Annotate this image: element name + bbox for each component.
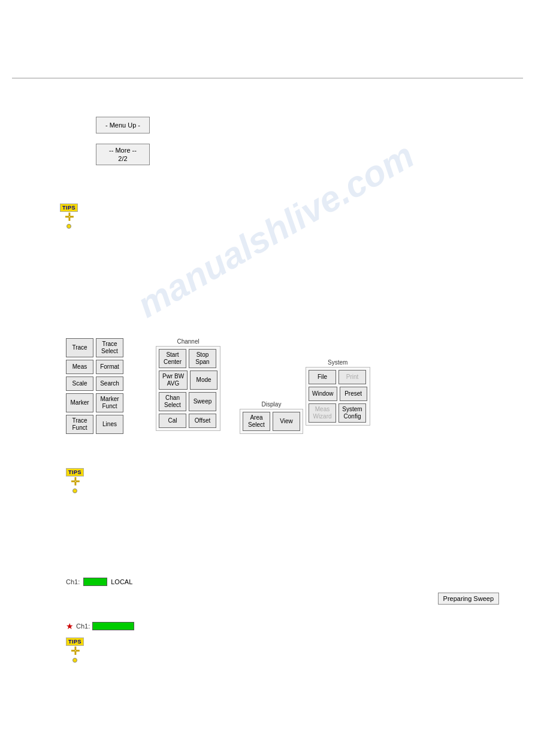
file-button[interactable]: File bbox=[309, 370, 336, 384]
menu-up-button[interactable]: - Menu Up - bbox=[96, 117, 150, 133]
lines-button[interactable]: Lines bbox=[96, 415, 123, 434]
channel-group: Channel Start Center Stop Span Pwr BW AV… bbox=[156, 338, 220, 431]
top-divider bbox=[12, 78, 523, 78]
print-button[interactable]: Print bbox=[338, 370, 366, 384]
trace-funct-button[interactable]: Trace Funct bbox=[66, 415, 93, 434]
preparing-sweep-status: Preparing Sweep bbox=[438, 593, 499, 605]
ch1-label: Ch1: bbox=[66, 578, 80, 585]
watermark: manualshlive.com bbox=[131, 135, 421, 326]
mode-button[interactable]: Mode bbox=[190, 371, 217, 390]
pwr-bw-avg-button[interactable]: Pwr BW AVG bbox=[159, 371, 188, 390]
scale-button[interactable]: Scale bbox=[66, 377, 93, 391]
view-button[interactable]: View bbox=[273, 412, 300, 431]
ch1-label-2: Ch1: bbox=[76, 623, 90, 630]
start-center-button[interactable]: Start Center bbox=[159, 349, 186, 368]
tips-icon-2: TIPS ✛ bbox=[66, 468, 84, 493]
display-group-label: Display bbox=[240, 401, 303, 408]
ch1-indicator bbox=[83, 578, 107, 586]
channel-group-label: Channel bbox=[156, 338, 220, 345]
display-group: Display Area Select View bbox=[240, 401, 303, 434]
sweep-button[interactable]: Sweep bbox=[189, 392, 216, 411]
trace-button[interactable]: Trace bbox=[66, 338, 93, 357]
more-button[interactable]: -- More -- 2/2 bbox=[96, 144, 150, 165]
status-bar-2: ★ Ch1: bbox=[66, 621, 134, 631]
system-config-button[interactable]: System Config bbox=[338, 403, 366, 423]
format-button[interactable]: Format bbox=[96, 360, 123, 374]
marker-funct-button[interactable]: Marker Funct bbox=[96, 393, 123, 412]
cal-button[interactable]: Cal bbox=[159, 414, 186, 428]
system-group-label: System bbox=[306, 359, 370, 366]
local-label: LOCAL bbox=[111, 578, 132, 585]
trace-select-button[interactable]: Trace Select bbox=[96, 338, 123, 357]
trace-group: Trace Trace Select Meas Format Scale Sea… bbox=[66, 338, 123, 434]
ch1-indicator-2 bbox=[92, 622, 134, 630]
status-bar-1: Ch1: LOCAL bbox=[66, 578, 132, 586]
tips-icon-3: TIPS ✛ bbox=[66, 637, 84, 663]
offset-button[interactable]: Offset bbox=[189, 414, 216, 428]
system-group: System File Print Window Preset Meas Wiz… bbox=[306, 359, 370, 426]
area-select-button[interactable]: Area Select bbox=[243, 412, 270, 431]
meas-button[interactable]: Meas bbox=[66, 360, 93, 374]
marker-button[interactable]: Marker bbox=[66, 393, 93, 412]
window-button[interactable]: Window bbox=[309, 387, 337, 401]
meas-wizard-button[interactable]: Meas Wizard bbox=[309, 403, 336, 423]
stop-span-button[interactable]: Stop Span bbox=[189, 349, 216, 368]
star-icon: ★ bbox=[66, 621, 74, 631]
preset-button[interactable]: Preset bbox=[340, 387, 367, 401]
tips-icon-1: TIPS ✛ bbox=[60, 204, 78, 229]
search-button[interactable]: Search bbox=[96, 377, 123, 391]
chan-select-button[interactable]: Chan Select bbox=[159, 392, 186, 411]
